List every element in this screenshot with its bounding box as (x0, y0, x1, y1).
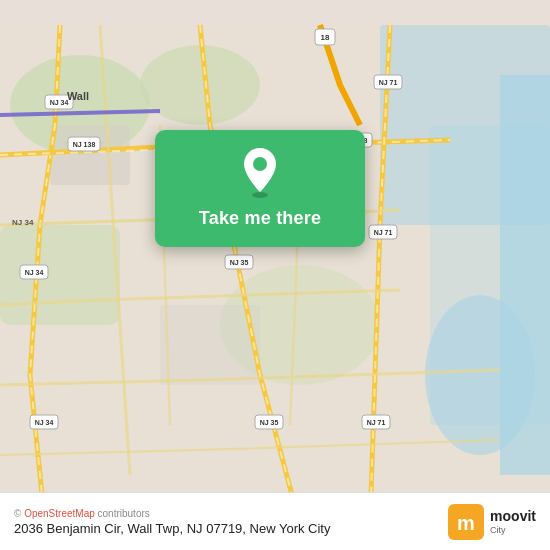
svg-text:NJ 34: NJ 34 (25, 269, 44, 276)
moovit-logo-icon: m (448, 504, 484, 540)
svg-rect-3 (0, 225, 120, 325)
copyright-symbol: © (14, 508, 21, 519)
map-container: 18 NJ 34 NJ 34 NJ 34 NJ 138 NJ 138 NJ 35… (0, 0, 550, 550)
svg-text:NJ 71: NJ 71 (379, 79, 398, 86)
bottom-info: © OpenStreetMap contributors 2036 Benjam… (14, 508, 330, 536)
svg-rect-9 (50, 125, 130, 185)
svg-text:NJ 34: NJ 34 (12, 218, 34, 227)
bottom-bar: © OpenStreetMap contributors 2036 Benjam… (0, 492, 550, 550)
svg-text:NJ 71: NJ 71 (367, 419, 386, 426)
location-card: Take me there (155, 130, 365, 247)
moovit-logo: m moovit City (448, 504, 536, 540)
location-pin-icon (238, 146, 282, 198)
address-text: 2036 Benjamin Cir, Wall Twp, NJ 07719, N… (14, 521, 330, 536)
map-background: 18 NJ 34 NJ 34 NJ 34 NJ 138 NJ 138 NJ 35… (0, 0, 550, 550)
svg-rect-10 (160, 305, 260, 385)
svg-text:NJ 35: NJ 35 (260, 419, 279, 426)
svg-text:18: 18 (321, 33, 330, 42)
svg-text:NJ 34: NJ 34 (35, 419, 54, 426)
svg-text:NJ 138: NJ 138 (73, 141, 96, 148)
svg-text:Wall: Wall (67, 90, 89, 102)
svg-point-36 (253, 157, 267, 171)
take-me-there-button[interactable]: Take me there (199, 208, 321, 229)
svg-text:NJ 71: NJ 71 (374, 229, 393, 236)
copyright-text: © OpenStreetMap contributors (14, 508, 330, 519)
moovit-brand-text: moovit (490, 508, 536, 525)
svg-text:m: m (457, 512, 475, 534)
svg-text:NJ 35: NJ 35 (230, 259, 249, 266)
contributors-text: contributors (98, 508, 150, 519)
svg-rect-8 (500, 75, 550, 475)
svg-point-35 (252, 192, 268, 198)
openstreetmap-link[interactable]: OpenStreetMap (24, 508, 95, 519)
moovit-city-text: City (490, 525, 536, 536)
svg-text:NJ 34: NJ 34 (50, 99, 69, 106)
